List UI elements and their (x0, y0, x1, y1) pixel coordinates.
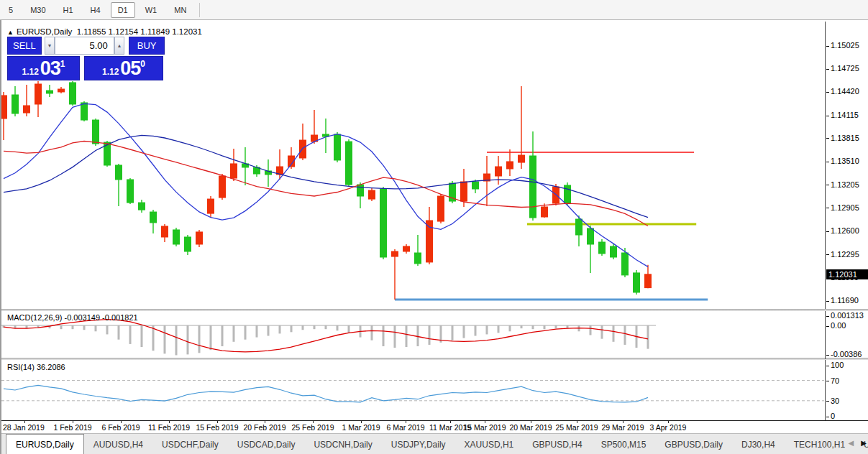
rsi-panel[interactable]: RSI(14) 36.2086 (1, 360, 826, 420)
macd-histogram-bar (106, 325, 109, 334)
tab-usdcnh-daily[interactable]: USDCNH,Daily (304, 434, 381, 454)
ohlc-open: 1.11855 (77, 27, 106, 36)
candle-body (369, 190, 375, 199)
candle-body (35, 84, 42, 104)
macd-histogram-bar (521, 325, 523, 328)
tab-scroll-right-icon[interactable]: ▶ (861, 439, 867, 447)
timeframe-button-d1[interactable]: D1 (111, 2, 135, 18)
candle-body (530, 156, 536, 218)
timeframe-button-h4[interactable]: H4 (83, 2, 108, 18)
tab-usdchf-daily[interactable]: USDCHF,Daily (152, 434, 228, 454)
macd-axis-label: 0.00 (826, 321, 846, 330)
tab-scroll-buttons: ◀ ▶ (849, 439, 867, 447)
candle-body (219, 176, 226, 198)
date-axis-label: 15 Mar 2019 (464, 423, 506, 432)
tab-audusd-h4[interactable]: AUDUSD,H4 (84, 434, 152, 454)
buy-price-button[interactable]: 1.12 05 0 (84, 56, 163, 80)
ohlc-low: 1.11849 (140, 27, 170, 36)
macd-histogram-bar (198, 325, 201, 353)
volume-decrease-button[interactable]: ▼ (45, 37, 55, 55)
macd-histogram-bar (429, 325, 431, 345)
candle-body (93, 120, 99, 144)
macd-histogram-bar (601, 325, 603, 339)
macd-histogram-bar (129, 325, 132, 344)
candle-body (173, 230, 180, 244)
one-click-trade-panel: SELL ▼ 5.00 ▲ BUY 1.12 03 1 1.12 05 0 (7, 37, 165, 80)
date-axis-label: 11 Feb 2019 (148, 423, 190, 432)
date-axis-label: 1 Mar 2019 (342, 423, 380, 432)
candle-body (415, 253, 421, 264)
tab-eurusd-daily[interactable]: EURUSD,Daily (6, 434, 84, 454)
rsi-axis-label: 70 (826, 376, 839, 385)
macd-histogram-bar (302, 325, 304, 330)
macd-histogram-bar (348, 325, 350, 333)
tab-dj30-h4[interactable]: DJ30,H4 (732, 434, 785, 454)
sell-button[interactable]: SELL (7, 37, 42, 55)
timeframe-button-h1[interactable]: H1 (56, 2, 81, 18)
macd-histogram-bar (647, 325, 649, 349)
macd-histogram-bar (152, 325, 155, 351)
volume-increase-button[interactable]: ▲ (114, 37, 124, 55)
candle-body (334, 134, 341, 160)
macd-histogram-bar (498, 325, 500, 333)
buy-button[interactable]: BUY (129, 37, 165, 55)
candle-body (162, 226, 168, 237)
macd-histogram-bar (509, 325, 511, 331)
timeframe-button-5[interactable]: 5 (1, 2, 20, 18)
candle-body (12, 95, 19, 114)
date-axis-label: 25 Feb 2019 (292, 423, 334, 432)
candle-body (380, 189, 387, 257)
sell-price-base: 1.12 (22, 67, 38, 77)
macd-panel[interactable]: MACD(12,26,9) -0.003149 -0.001821 (1, 311, 826, 359)
timeframe-button-mn[interactable]: MN (167, 2, 193, 18)
date-axis-label: 15 Feb 2019 (196, 423, 239, 432)
candle-body (622, 253, 629, 275)
volume-input[interactable]: 5.00 (55, 37, 114, 55)
price-axis-label: 1.13205 (826, 180, 859, 189)
price-axis-label: 1.11690 (826, 296, 859, 305)
timeframe-button-m30[interactable]: M30 (23, 2, 52, 18)
tab-gbpusd-h4[interactable]: GBPUSD,H4 (523, 434, 591, 454)
tab-usdcad-daily[interactable]: USDCAD,Daily (228, 434, 305, 454)
candle-body (150, 212, 157, 223)
macd-histogram-bar (279, 325, 281, 333)
macd-histogram-bar (83, 325, 86, 330)
macd-histogram-bar (245, 325, 247, 340)
candle-body (116, 165, 122, 180)
main-chart-panel[interactable]: ▲EURUSD,Daily 1.11855 1.12154 1.11849 1.… (1, 22, 826, 309)
tab-usdjpy-daily[interactable]: USDJPY,Daily (382, 434, 455, 454)
candle-body (518, 155, 525, 162)
candle-body (576, 219, 583, 235)
tab-tech100-h1[interactable]: TECH100,H1 (785, 434, 854, 454)
candle-body (507, 162, 513, 169)
toolbar-separator (199, 3, 200, 17)
candle-body (542, 207, 548, 217)
price-axis-label: 1.13815 (826, 134, 859, 142)
chart-tab-bar: EURUSD,DailyAUDUSD,H4USDCHF,DailyUSDCAD,… (1, 433, 868, 454)
price-axis-label: 1.12295 (826, 250, 859, 259)
tab-scroll-left-icon[interactable]: ◀ (849, 439, 854, 447)
date-axis-label: 20 Mar 2019 (510, 423, 552, 432)
candle-body (403, 246, 410, 251)
candle-body (495, 167, 502, 176)
macd-signal-line (4, 320, 648, 352)
tab-sp500-m15[interactable]: SP500,M15 (592, 434, 656, 454)
price-axis-label: 1.14725 (826, 64, 859, 73)
candle-body (392, 251, 398, 256)
buy-price-point: 0 (140, 59, 145, 69)
tab-xauusd-h1[interactable]: XAUUSD,H1 (455, 434, 524, 454)
date-axis-label: 6 Mar 2019 (386, 423, 424, 432)
trading-app-window: 5M30H1H4D1W1MN ▲EURUSD,Daily 1.11855 1.1… (0, 0, 868, 454)
sell-price-button[interactable]: 1.12 03 1 (7, 56, 80, 80)
tab-gbpusd-daily[interactable]: GBPUSD,Daily (655, 434, 732, 454)
ohlc-close: 1.12031 (172, 27, 202, 36)
timeframe-button-w1[interactable]: W1 (138, 2, 165, 18)
macd-histogram-bar (325, 325, 327, 329)
candle-body (357, 185, 364, 196)
macd-histogram-bar (555, 325, 557, 328)
symbol-label: EURUSD,Daily (17, 27, 72, 36)
candle-body (634, 273, 640, 292)
macd-histogram-bar (383, 325, 385, 346)
macd-histogram-bar (613, 325, 615, 342)
candle-body (58, 89, 65, 92)
